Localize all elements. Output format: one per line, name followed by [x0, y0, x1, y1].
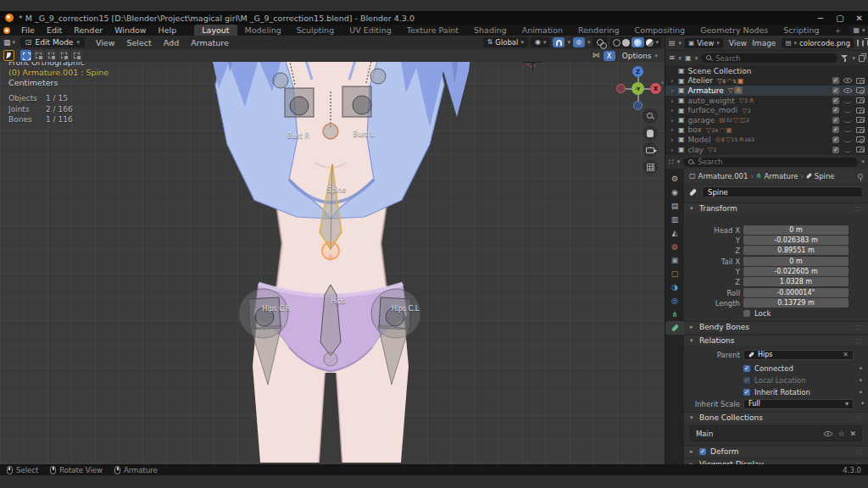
viewport-menu-armature[interactable]: Armature	[185, 38, 235, 47]
expand-icon[interactable]: ›	[670, 86, 678, 95]
select-box-intersect-button[interactable]	[71, 50, 82, 61]
select-box-difference-button[interactable]	[58, 50, 70, 61]
workspace-tab-modeling[interactable]: Modeling	[237, 25, 289, 36]
properties-tab-collection[interactable]: ▣	[665, 253, 684, 267]
exclude-checkbox[interactable]: ✓	[832, 136, 839, 143]
gizmo-axis-x[interactable]: X	[650, 83, 661, 94]
menu-edit[interactable]: Edit	[41, 25, 68, 35]
outliner-search-input[interactable]: Search	[701, 53, 837, 63]
maximize-button[interactable]: ▢	[836, 14, 843, 23]
exclude-checkbox[interactable]: ✓	[832, 147, 839, 153]
properties-tab-scene[interactable]: ◭	[665, 226, 684, 240]
tail-z-field[interactable]: 1.0328 m	[743, 277, 849, 286]
properties-editor-type-icon[interactable]: ∷	[669, 158, 674, 166]
visibility-eye-icon[interactable]	[824, 431, 832, 436]
head-z-field[interactable]: 0.89551 m	[743, 246, 849, 255]
panel-relations[interactable]: ▾Relations ::	[684, 335, 868, 346]
render-visibility-camera-icon[interactable]	[856, 147, 865, 152]
panel-grip-icon[interactable]: ::	[856, 337, 862, 345]
navigation-gizmo[interactable]: Z X -Y	[615, 66, 661, 112]
render-visibility-camera-icon[interactable]	[856, 78, 865, 84]
filter-icon[interactable]	[841, 55, 849, 62]
image-mode-dropdown[interactable]: ▣ View ▾	[685, 38, 723, 48]
menu-help[interactable]: Help	[153, 25, 183, 35]
proportional-edit-toggle[interactable]: ◎	[573, 37, 585, 47]
gizmo-axis-z-neg[interactable]	[633, 101, 643, 110]
fake-user-icon[interactable]	[857, 40, 859, 47]
eye-closed-icon[interactable]	[843, 127, 852, 132]
properties-tab-object[interactable]: ▢	[665, 267, 684, 280]
select-box-extend-button[interactable]	[33, 50, 44, 61]
proportional-dropdown[interactable]: ▾	[587, 39, 591, 46]
solo-star-icon[interactable]: ☆	[837, 430, 844, 438]
expand-icon[interactable]: ›	[670, 106, 678, 114]
roll-field[interactable]: -0.000014°	[743, 288, 849, 297]
workspace-tab-geometry-nodes[interactable]: Geometry Nodes	[693, 25, 776, 36]
perspective-toggle-button[interactable]	[643, 159, 658, 175]
workspace-tab-animation[interactable]: Animation	[515, 25, 570, 36]
outliner-row-furface_modi[interactable]: ›▣furface_modi▽2✓	[665, 105, 868, 115]
minimize-button[interactable]: −	[817, 14, 824, 23]
gizmo-axis-y-neg[interactable]: -Y	[632, 82, 644, 95]
breadcrumb-armature[interactable]: Armature	[765, 172, 798, 180]
panel-bone-collections[interactable]: ▾Bone Collections ::	[684, 412, 868, 423]
camera-view-button[interactable]	[643, 142, 658, 158]
options-dropdown[interactable]: Options ▾	[619, 52, 661, 60]
head-x-field[interactable]: 0 m	[743, 225, 849, 235]
exclude-checkbox[interactable]: ✓	[832, 97, 839, 104]
select-box-new-button[interactable]	[20, 50, 31, 61]
render-visibility-camera-icon[interactable]	[856, 87, 865, 93]
add-workspace-button[interactable]: +	[827, 25, 849, 36]
connected-checkbox[interactable]: ✓Connected•	[743, 364, 793, 373]
outliner-row-garage[interactable]: ›▣garage▤32▽◫2✓	[665, 115, 868, 125]
mirror-x-toggle[interactable]: X	[604, 51, 615, 61]
eye-closed-icon[interactable]	[843, 108, 852, 113]
new-image-icon[interactable]	[862, 40, 864, 47]
select-box-subtract-button[interactable]	[46, 50, 57, 61]
pin-icon[interactable]	[858, 174, 863, 179]
shading-dropdown[interactable]: ▾	[655, 39, 659, 46]
inherit-rotation-checkbox[interactable]: ✓Inherit Rotation•	[743, 388, 810, 396]
panel-transform[interactable]: ▾Transform ::	[684, 202, 868, 214]
properties-tab-world[interactable]: ◍	[665, 240, 684, 253]
parent-field[interactable]: Hips ✕	[743, 350, 854, 360]
zoom-view-button[interactable]	[643, 108, 658, 124]
joint-chest[interactable]	[323, 124, 338, 139]
properties-tab-render[interactable]: ◉	[665, 186, 684, 199]
image-datablock-selector[interactable]: ▤ ▾ colorcode.png	[782, 38, 854, 48]
workspace-tab-uv-editing[interactable]: UV Editing	[342, 25, 399, 36]
scene-selector[interactable]: ▦ ▾ Scene ✕	[849, 25, 868, 35]
new-collection-icon[interactable]	[859, 55, 865, 62]
panel-viewport-display[interactable]: ▸Viewport Display ::	[684, 458, 868, 464]
exclude-checkbox[interactable]: ✓	[832, 107, 839, 114]
overlays-toggle[interactable]	[593, 37, 608, 47]
eye-open-icon[interactable]	[843, 88, 852, 93]
eye-closed-icon[interactable]	[843, 98, 852, 103]
render-visibility-camera-icon[interactable]	[856, 117, 865, 123]
image-editor-type-icon[interactable]: ▤	[669, 40, 676, 47]
head-y-field[interactable]: -0.026383 m	[743, 236, 849, 245]
render-visibility-camera-icon[interactable]	[856, 136, 865, 142]
clear-parent-icon[interactable]: ✕	[843, 351, 849, 358]
sidebar-expand-arrow[interactable]: ‹	[660, 78, 664, 86]
shading-material-button[interactable]	[632, 37, 644, 47]
panel-bendy-bones[interactable]: ▸Bendy Bones ::	[684, 321, 868, 332]
tweak-tool-button[interactable]	[3, 50, 14, 61]
expand-icon[interactable]: ›	[670, 125, 678, 134]
remove-icon[interactable]: ✕	[849, 430, 856, 438]
gizmo-axis-x-neg[interactable]	[616, 84, 626, 93]
outliner-row-atelier[interactable]: ›▣Atelier▽6◠5▣✓	[665, 76, 868, 86]
workspace-tab-sculpting[interactable]: Sculpting	[289, 25, 342, 36]
length-field[interactable]: 0.13729 m	[743, 298, 849, 308]
menu-window[interactable]: Window	[108, 25, 152, 35]
snap-dropdown[interactable]: ▾	[567, 39, 570, 46]
outliner-row-box[interactable]: ›▣box▽24◠▣✓	[665, 125, 868, 136]
exclude-checkbox[interactable]: ✓	[832, 77, 839, 84]
expand-icon[interactable]: ›	[670, 76, 678, 85]
animate-dot[interactable]: •	[860, 400, 865, 408]
breadcrumb-object[interactable]: Armature.001	[698, 172, 748, 180]
bone-name-field[interactable]: Spine	[702, 186, 863, 197]
workspace-tab-texture-paint[interactable]: Texture Paint	[399, 25, 466, 36]
exclude-checkbox[interactable]: ✓	[832, 126, 839, 133]
panel-grip-icon[interactable]: ::	[856, 324, 862, 331]
